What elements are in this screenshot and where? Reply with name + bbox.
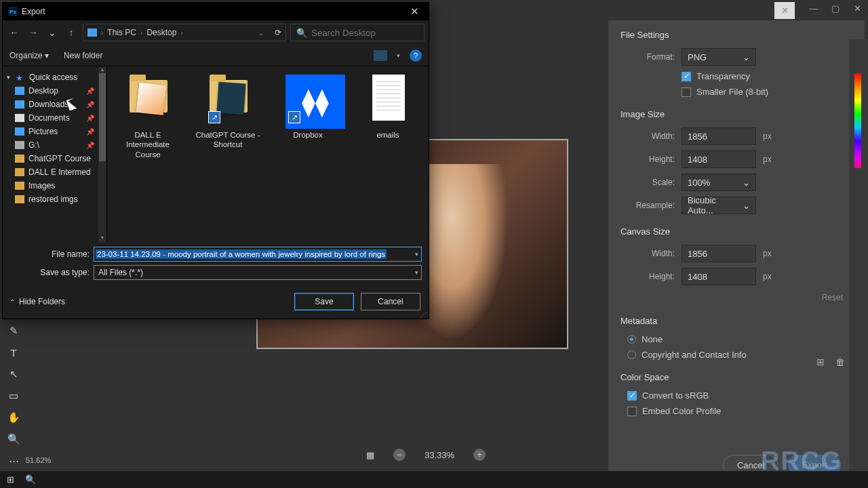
preview-crop-icon[interactable]: ▩ xyxy=(366,450,374,460)
breadcrumb-dropdown-icon[interactable]: ⌄ xyxy=(258,29,264,37)
embed-profile-checkbox[interactable] xyxy=(627,407,637,416)
sidebar-item-desktop[interactable]: Desktop📌 xyxy=(3,84,106,98)
folder-thumbnail xyxy=(136,83,166,115)
embed-profile-label: Embed Color Profile xyxy=(642,406,721,416)
file-item-chatgpt-shortcut[interactable]: ChatGPT Course - Shortcut xyxy=(194,72,262,150)
filename-dropdown-icon[interactable]: ▾ xyxy=(415,251,418,258)
view-dropdown-icon[interactable]: ▾ xyxy=(397,52,400,59)
pin-icon: 📌 xyxy=(86,101,94,108)
sidebar-item-pictures[interactable]: Pictures📌 xyxy=(3,125,106,138)
filename-label: File name: xyxy=(9,249,90,259)
cancel-button[interactable]: Cancel xyxy=(361,293,420,310)
pc-icon xyxy=(87,28,97,37)
smaller-file-checkbox[interactable] xyxy=(682,87,691,97)
quick-access-header[interactable]: ▾ ★ Quick access xyxy=(3,70,106,84)
format-select[interactable]: PNG⌄ xyxy=(682,48,756,66)
nav-up-button[interactable]: ↑ xyxy=(64,25,79,40)
canvas-width-input[interactable]: 1856 xyxy=(682,245,756,262)
sidebar-item-downloads[interactable]: Downloads📌 xyxy=(3,98,106,111)
pin-icon: 📌 xyxy=(86,128,94,136)
reset-button[interactable]: Reset xyxy=(812,289,852,306)
zoom-tool-icon[interactable]: 🔍 xyxy=(4,430,23,448)
save-button[interactable]: Save xyxy=(294,293,354,310)
more-tools-icon[interactable]: ⋯ xyxy=(4,452,23,470)
smaller-file-label: Smaller File (8-bit) xyxy=(696,87,768,97)
minimize-button[interactable]: — xyxy=(803,0,825,17)
trash-icon[interactable]: 🗑 xyxy=(835,357,845,367)
dialog-close-button[interactable]: ✕ xyxy=(403,3,426,20)
close-app-button[interactable]: ✕ xyxy=(846,0,868,17)
file-item-dalle-course[interactable]: DALL E Intermediate Course xyxy=(114,72,182,159)
desktop-icon xyxy=(15,87,24,95)
hue-bar[interactable] xyxy=(854,73,861,168)
type-dropdown-icon[interactable]: ▾ xyxy=(415,269,418,276)
maximize-button[interactable]: ▢ xyxy=(825,0,846,17)
file-item-emails[interactable]: emails xyxy=(354,72,422,140)
taskbar-search-icon[interactable]: 🔍 xyxy=(20,471,41,488)
metadata-copyright-radio[interactable] xyxy=(627,350,636,359)
canvas-width-label: Width: xyxy=(620,249,675,258)
organize-menu[interactable]: Organize ▾ xyxy=(9,51,49,60)
refresh-icon[interactable]: ⟳ xyxy=(275,28,281,37)
nav-forward-button[interactable]: → xyxy=(26,25,41,40)
search-input-wrapper[interactable]: 🔍 xyxy=(290,24,425,41)
sidebar-item-dalle[interactable]: DALL E Intermed xyxy=(3,165,106,179)
sidebar-item-chatgpt-course[interactable]: ChatGPT Course xyxy=(3,152,106,165)
canvas-height-label: Height: xyxy=(620,272,675,281)
canvas-height-input[interactable]: 1408 xyxy=(682,268,756,285)
chevron-down-icon[interactable]: ▾ xyxy=(7,74,10,81)
height-input[interactable]: 1408 xyxy=(682,150,756,168)
transparency-checkbox[interactable] xyxy=(682,72,691,81)
sidebar-scrollbar[interactable]: ▴ ▾ xyxy=(98,66,106,243)
search-input[interactable] xyxy=(311,28,418,38)
canvas-size-heading: Canvas Size xyxy=(608,217,865,242)
star-icon: ★ xyxy=(16,73,25,81)
view-options-button[interactable] xyxy=(374,50,387,61)
breadcrumb-bar[interactable]: › This PC › Desktop › ⌄ ⟳ xyxy=(83,24,286,41)
windows-start-icon[interactable]: ⊞ xyxy=(0,471,20,488)
sidebar-item-g-drive[interactable]: G:\📌 xyxy=(3,138,106,152)
convert-srgb-checkbox[interactable] xyxy=(627,391,637,401)
dialog-title: Export xyxy=(22,7,45,16)
filename-input[interactable]: 23-03-11 14.23.09 - moody portrait of a … xyxy=(94,247,422,262)
folder-icon xyxy=(15,168,24,176)
resample-select[interactable]: Bicubic Auto...⌄ xyxy=(682,197,756,214)
save-dialog: Ps Export ✕ ← → ⌄ ↑ › This PC › Desktop … xyxy=(2,2,429,319)
nav-back-button[interactable]: ← xyxy=(7,25,22,40)
scrollbar-thumb[interactable] xyxy=(99,73,106,161)
hand-tool-icon[interactable]: ✋ xyxy=(4,409,23,426)
panel-close-button[interactable]: ✕ xyxy=(774,2,795,19)
new-folder-button[interactable]: New folder xyxy=(64,51,102,60)
breadcrumb-0[interactable]: This PC xyxy=(107,28,136,37)
zoom-level-text: 33.33% xyxy=(425,450,454,460)
shape-tool-icon[interactable]: ▭ xyxy=(4,387,23,405)
zoom-out-button[interactable]: − xyxy=(393,449,406,461)
breadcrumb-1[interactable]: Desktop xyxy=(146,28,176,37)
resize-grip-icon[interactable]: ⋰ xyxy=(420,310,427,317)
image-size-heading: Image Size xyxy=(608,100,865,125)
text-tool-icon[interactable]: T xyxy=(4,344,23,361)
zoom-in-button[interactable]: + xyxy=(473,449,486,461)
file-item-dropbox[interactable]: ⧫⧫ Dropbox xyxy=(274,72,342,140)
sidebar-item-documents[interactable]: Documents📌 xyxy=(3,111,106,125)
scale-select[interactable]: 100%⌄ xyxy=(682,174,756,191)
width-label: Width: xyxy=(620,131,675,141)
metadata-none-radio[interactable] xyxy=(627,335,636,344)
width-input[interactable]: 1856 xyxy=(682,127,756,145)
height-label: Height: xyxy=(620,155,675,164)
save-type-select[interactable]: All Files (*.*) ▾ xyxy=(94,265,422,280)
hide-folders-toggle[interactable]: ⌃ Hide Folders xyxy=(9,297,65,306)
taskbar: ⊞ 🔍 xyxy=(0,471,868,488)
sidebar-item-images[interactable]: Images xyxy=(3,179,106,192)
scroll-down-icon[interactable]: ▾ xyxy=(98,235,106,243)
statusbar-zoom: 51.62% xyxy=(26,456,51,464)
nav-history-button[interactable]: ⌄ xyxy=(45,25,60,40)
help-button[interactable]: ? xyxy=(410,49,422,62)
pointer-tool-icon[interactable]: ↖ xyxy=(4,365,23,383)
drive-icon xyxy=(15,141,24,149)
sidebar-item-restored[interactable]: restored imgs xyxy=(3,192,106,206)
add-icon[interactable]: ⊞ xyxy=(816,357,825,367)
shortcut-badge-icon xyxy=(288,111,300,123)
pen-tool-icon[interactable]: ✎ xyxy=(4,322,23,340)
file-list[interactable]: DALL E Intermediate Course ChatGPT Cours… xyxy=(107,66,429,243)
